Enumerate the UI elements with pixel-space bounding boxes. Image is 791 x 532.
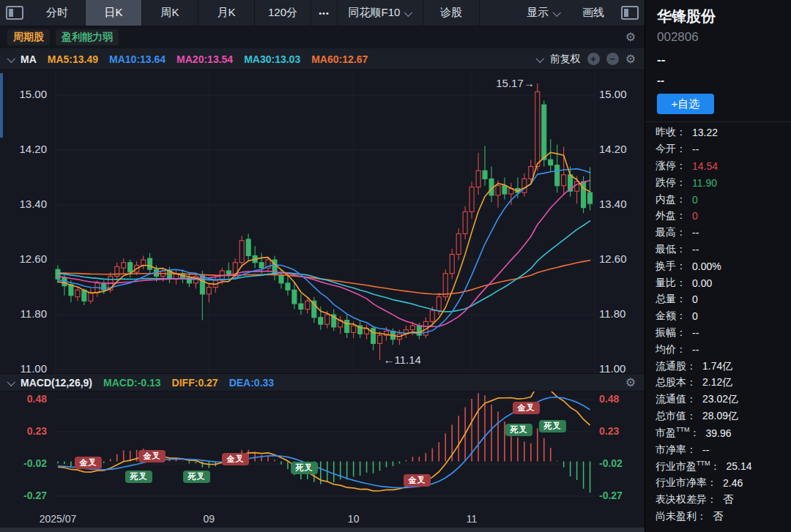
- stat-label: 昨收：: [656, 126, 686, 139]
- panel-layout-icon: [6, 6, 23, 20]
- stat-value: 2.46: [723, 477, 743, 489]
- chevron-down-icon[interactable]: [7, 378, 15, 386]
- period-tab[interactable]: 日K: [86, 0, 142, 26]
- stat-value: 25.14: [727, 460, 752, 472]
- macd-chart[interactable]: [0, 391, 645, 512]
- stat-row: 流通股：1.74亿: [645, 358, 791, 375]
- display-label: 显示: [527, 6, 549, 20]
- stat-value: 1.74亿: [702, 360, 732, 373]
- more-periods-button[interactable]: •••: [311, 0, 338, 26]
- period-tab[interactable]: 周K: [142, 0, 198, 26]
- app-window: 分时日K周K月K120分 ••• 同花顺F10 诊股 显示 画线 周期股盈利能力…: [0, 0, 791, 532]
- draw-line-button[interactable]: 画线: [571, 0, 615, 26]
- left-scroll-indicator[interactable]: [0, 73, 3, 138]
- period-tab[interactable]: 月K: [198, 0, 255, 26]
- stat-label: 行业市净率：: [656, 476, 717, 490]
- stat-label: 最低：: [656, 243, 686, 256]
- stat-row: 尚未盈利：否: [645, 508, 791, 525]
- stat-label: 换手：: [656, 260, 686, 273]
- adjust-mode-label[interactable]: 前复权: [550, 53, 581, 66]
- ma-value: MA10:13.64: [109, 53, 166, 65]
- bottom-strip: [0, 528, 645, 532]
- ma-values: MA5:13.49MA10:13.64MA20:13.54MA30:13.03M…: [48, 53, 379, 65]
- tab-ths-f10[interactable]: 同花顺F10: [338, 0, 423, 26]
- gear-icon[interactable]: ⚙: [625, 31, 636, 43]
- gear-icon[interactable]: ⚙: [625, 377, 636, 389]
- ma-value: MA20:13.54: [177, 53, 233, 65]
- display-menu-button[interactable]: 显示: [516, 0, 571, 26]
- stat-row: 量比：0.00: [645, 274, 791, 291]
- stat-row: 换手：0.00%: [645, 258, 791, 274]
- stat-row: 市盈TTM：39.96: [645, 424, 791, 441]
- stock-tag[interactable]: 周期股: [7, 29, 50, 45]
- stock-code: 002806: [657, 30, 699, 45]
- macd-settings: ⚙: [625, 377, 636, 389]
- stat-row: 跌停：11.90: [645, 174, 791, 191]
- stat-value: --: [692, 344, 699, 356]
- tab-diagnose-stock[interactable]: 诊股: [423, 0, 480, 26]
- chevron-down-icon: [553, 8, 561, 16]
- zoom-in-icon[interactable]: +: [587, 53, 600, 65]
- stat-label: 流通值：: [656, 393, 697, 406]
- stat-row: 最低：--: [645, 241, 791, 258]
- stat-value: --: [692, 143, 699, 155]
- gear-icon[interactable]: ⚙: [625, 53, 636, 65]
- stock-name: 华锋股份: [657, 7, 716, 26]
- stat-row: 市净率：--: [645, 441, 791, 458]
- stat-row: 行业市盈TTM：25.14: [645, 458, 791, 475]
- ma-indicator-bar: MA MA5:13.49MA10:13.64MA20:13.54MA30:13.…: [0, 48, 645, 70]
- stock-tag[interactable]: 盈利能力弱: [56, 29, 119, 45]
- stat-value: 13.22: [692, 127, 718, 138]
- stat-value: 14.54: [692, 160, 718, 172]
- macd-value: DIFF:0.27: [172, 377, 218, 389]
- panel-layout-icon: [621, 6, 639, 20]
- chevron-down-icon[interactable]: [535, 54, 543, 62]
- stat-label: 外盘：: [656, 209, 686, 222]
- period-tab[interactable]: 120分: [255, 0, 311, 26]
- chart-panel: 分时日K周K月K120分 ••• 同花顺F10 诊股 显示 画线 周期股盈利能力…: [0, 0, 645, 532]
- period-tab[interactable]: 分时: [29, 0, 86, 26]
- add-watchlist-button[interactable]: +自选: [657, 94, 714, 114]
- stat-label: 表决权差异：: [656, 493, 717, 506]
- current-price: --: [657, 53, 665, 67]
- stat-row: 最高：--: [645, 225, 791, 241]
- stat-value: 0.00: [692, 277, 712, 289]
- macd-indicator-bar: MACD(12,26,9) MACD:-0.13DIFF:0.27DEA:0.3…: [0, 373, 645, 391]
- stat-label: 量比：: [656, 277, 686, 290]
- stat-value: 23.02亿: [702, 393, 738, 406]
- stat-value: 28.09亿: [702, 410, 738, 423]
- stat-row: 总量：0: [645, 291, 791, 308]
- ma-value: MA30:13.03: [244, 53, 300, 65]
- stat-row: 总市值：28.09亿: [645, 408, 791, 425]
- stat-label: 最高：: [656, 226, 686, 239]
- stat-row: 内盘：0: [645, 191, 791, 208]
- stat-label: 涨停：: [656, 160, 686, 173]
- stat-value: --: [702, 444, 709, 456]
- stat-label: 均价：: [656, 343, 686, 356]
- stat-row: 振幅：--: [645, 325, 791, 342]
- macd-title: MACD(12,26,9): [21, 377, 92, 389]
- stat-value: 11.90: [692, 177, 717, 189]
- chevron-down-icon[interactable]: [7, 54, 15, 62]
- zoom-out-icon[interactable]: −: [606, 53, 619, 65]
- price-change: --: [657, 74, 664, 86]
- stat-value: 2.12亿: [702, 376, 732, 389]
- stat-label: 总市值：: [656, 410, 697, 423]
- stat-value: 0.00%: [692, 261, 721, 272]
- stat-label: 流通股：: [656, 360, 697, 373]
- stat-value: 0: [692, 210, 698, 222]
- sidebar-toggle-button-left[interactable]: [0, 0, 29, 26]
- stat-label: 尚未盈利：: [656, 510, 707, 523]
- period-tabs: 分时日K周K月K120分: [29, 0, 311, 26]
- sidebar-divider: [645, 121, 791, 122]
- stat-row: 表决权差异：否: [645, 492, 791, 509]
- stat-value: 否: [713, 510, 723, 523]
- candlestick-chart[interactable]: [0, 70, 645, 373]
- stat-value: 0: [692, 293, 698, 305]
- stat-label: 市盈TTM：: [656, 426, 700, 440]
- sidebar-toggle-button-right[interactable]: [615, 0, 645, 26]
- stat-value: --: [692, 244, 699, 255]
- stat-label: 金额：: [656, 310, 686, 323]
- stat-row: 流通值：23.02亿: [645, 391, 791, 408]
- stat-value: 否: [723, 493, 733, 506]
